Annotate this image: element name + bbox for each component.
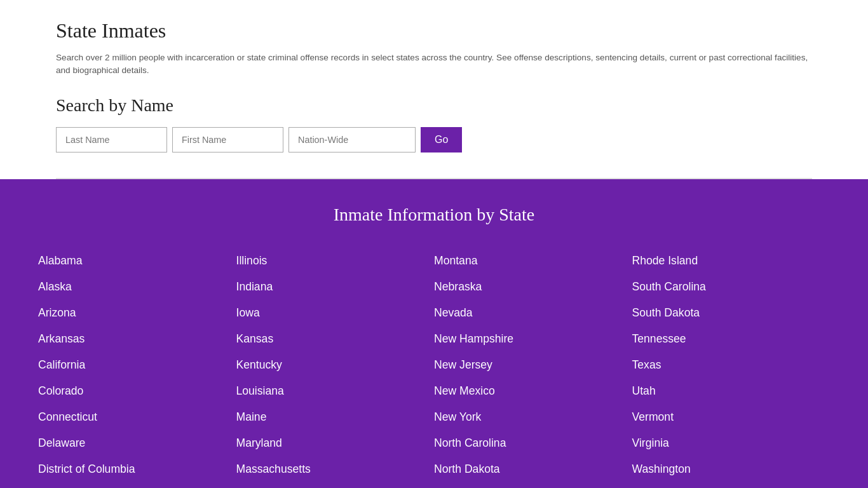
- state-link[interactable]: Delaware: [38, 430, 236, 456]
- state-link[interactable]: Nebraska: [434, 274, 632, 300]
- state-column-1: IllinoisIndianaIowaKansasKentuckyLouisia…: [236, 248, 435, 488]
- state-link[interactable]: Massachusetts: [236, 456, 435, 482]
- states-heading: Inmate Information by State: [38, 205, 830, 225]
- state-link[interactable]: Rhode Island: [632, 248, 831, 274]
- go-button[interactable]: Go: [421, 127, 462, 152]
- state-input[interactable]: [288, 127, 416, 152]
- state-link[interactable]: California: [38, 352, 236, 378]
- state-link[interactable]: South Carolina: [632, 274, 831, 300]
- state-link[interactable]: South Dakota: [632, 300, 831, 326]
- state-link[interactable]: Indiana: [236, 274, 435, 300]
- state-link[interactable]: Connecticut: [38, 404, 236, 430]
- state-link[interactable]: Arizona: [38, 300, 236, 326]
- state-link[interactable]: District of Columbia: [38, 456, 236, 482]
- page-title: State Inmates: [56, 19, 812, 43]
- state-link[interactable]: North Carolina: [434, 430, 632, 456]
- search-title: Search by Name: [56, 95, 812, 116]
- state-link[interactable]: Louisiana: [236, 378, 435, 404]
- state-link[interactable]: Virginia: [632, 430, 831, 456]
- state-link[interactable]: Kentucky: [236, 352, 435, 378]
- state-link[interactable]: New Mexico: [434, 378, 632, 404]
- state-link[interactable]: Maryland: [236, 430, 435, 456]
- state-link[interactable]: West Virginia: [632, 482, 831, 488]
- state-link[interactable]: Utah: [632, 378, 831, 404]
- page-description: Search over 2 million people with incarc…: [56, 51, 812, 78]
- state-link[interactable]: Iowa: [236, 300, 435, 326]
- state-column-0: AlabamaAlaskaArizonaArkansasCaliforniaCo…: [38, 248, 236, 488]
- state-link[interactable]: New Hampshire: [434, 326, 632, 352]
- search-form: Go: [56, 127, 812, 152]
- state-link[interactable]: Montana: [434, 248, 632, 274]
- state-link[interactable]: New York: [434, 404, 632, 430]
- state-link[interactable]: Washington: [632, 456, 831, 482]
- state-link[interactable]: Florida: [38, 482, 236, 488]
- state-link[interactable]: New Jersey: [434, 352, 632, 378]
- state-column-3: Rhode IslandSouth CarolinaSouth DakotaTe…: [632, 248, 831, 488]
- state-link[interactable]: Alabama: [38, 248, 236, 274]
- state-link[interactable]: Michigan: [236, 482, 435, 488]
- state-link[interactable]: Vermont: [632, 404, 831, 430]
- state-link[interactable]: Maine: [236, 404, 435, 430]
- state-column-2: MontanaNebraskaNevadaNew HampshireNew Je…: [434, 248, 632, 488]
- last-name-input[interactable]: [56, 127, 167, 152]
- state-link[interactable]: Alaska: [38, 274, 236, 300]
- states-grid: AlabamaAlaskaArizonaArkansasCaliforniaCo…: [38, 248, 830, 488]
- state-link[interactable]: Colorado: [38, 378, 236, 404]
- states-section: Inmate Information by State AlabamaAlask…: [0, 179, 868, 488]
- state-link[interactable]: Tennessee: [632, 326, 831, 352]
- state-link[interactable]: Ohio: [434, 482, 632, 488]
- first-name-input[interactable]: [172, 127, 283, 152]
- state-link[interactable]: Arkansas: [38, 326, 236, 352]
- state-link[interactable]: Illinois: [236, 248, 435, 274]
- state-link[interactable]: Texas: [632, 352, 831, 378]
- state-link[interactable]: Nevada: [434, 300, 632, 326]
- state-link[interactable]: Kansas: [236, 326, 435, 352]
- state-link[interactable]: North Dakota: [434, 456, 632, 482]
